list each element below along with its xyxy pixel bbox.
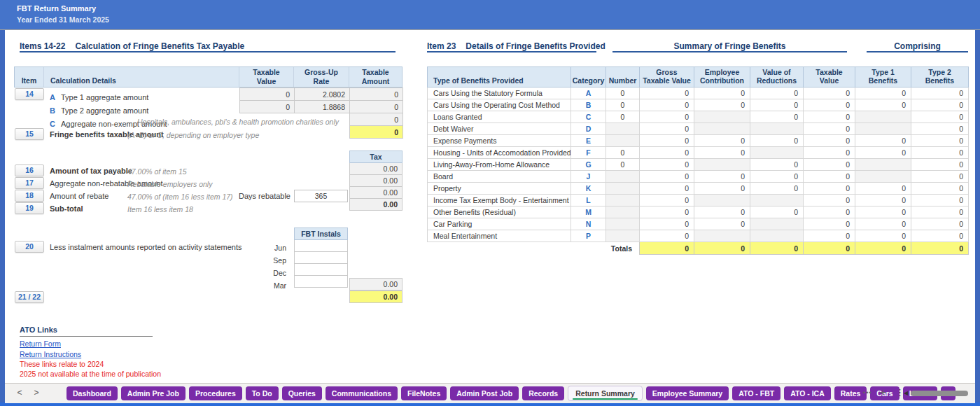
cell-taxable-value[interactable]: 0 [804, 147, 855, 159]
cell-number[interactable] [606, 230, 640, 242]
cell-type2-benefits[interactable]: 0 [911, 206, 969, 218]
cell-employee-contribution[interactable] [694, 230, 750, 242]
cell-type2-benefits[interactable]: 0 [911, 183, 969, 195]
instal-input-mar[interactable] [295, 276, 348, 288]
cell-gross-taxable-value[interactable]: 0 [640, 230, 694, 242]
cell-number[interactable] [606, 123, 640, 135]
sheet-nav-left-icon[interactable]: < [15, 388, 24, 398]
cell-type2-benefits[interactable]: 0 [911, 159, 969, 171]
sheet-nav-right-icon[interactable]: > [31, 388, 41, 398]
sheet-tab[interactable]: Procedures [189, 386, 242, 400]
cell-type1-benefits[interactable]: 0 [855, 195, 911, 206]
cell-number[interactable] [606, 135, 640, 147]
cell-employee-contribution[interactable] [694, 123, 750, 135]
sheet-tab[interactable]: Employee Summary [646, 386, 729, 400]
cell-gross-taxable-value[interactable]: 0 [640, 171, 694, 183]
cell-gross-taxable-value[interactable]: 0 [640, 111, 694, 123]
cell-value-of-reductions[interactable]: 0 [750, 171, 804, 183]
cell-type1-benefits[interactable]: 0 [855, 218, 911, 230]
cell-type1-benefits[interactable] [855, 171, 911, 183]
cell-employee-contribution[interactable] [694, 111, 750, 123]
more-sheets-icon[interactable]: ••• [863, 389, 872, 396]
cell-type1-benefits[interactable] [855, 123, 911, 135]
cell-type1-benefits[interactable]: 0 [855, 183, 911, 195]
sheet-tab[interactable]: Admin Post Job [450, 386, 519, 400]
cell-number[interactable] [606, 195, 640, 206]
cell-number[interactable] [606, 183, 640, 195]
cell-value-of-reductions[interactable]: 0 [750, 111, 804, 123]
cell-type1-benefits[interactable]: 0 [855, 206, 911, 218]
cell-type1-benefits[interactable]: 0 [855, 135, 911, 147]
cell-type2-benefits[interactable]: 0 [911, 135, 969, 147]
cell-value-of-reductions[interactable]: 0 [750, 135, 804, 147]
cell-taxable-value[interactable]: 0 [804, 218, 855, 230]
cell-taxable-value[interactable]: 0 [804, 195, 855, 206]
cell-type2-benefits[interactable]: 0 [911, 195, 969, 206]
cell-type2-benefits[interactable]: 0 [911, 147, 969, 159]
sheet-tab[interactable]: To Do [246, 386, 279, 400]
sheet-tab[interactable]: FileNotes [401, 386, 447, 400]
sheet-tab[interactable]: ATO - ICA [784, 386, 831, 400]
cell-value-of-reductions[interactable]: 0 [750, 159, 804, 171]
cell-number[interactable]: 0 [606, 99, 640, 111]
cell-employee-contribution[interactable] [694, 195, 750, 206]
cell-type2-benefits[interactable]: 0 [911, 99, 969, 111]
cell-type2-benefits[interactable]: 0 [911, 88, 969, 99]
cell-value-of-reductions[interactable]: 0 [750, 99, 804, 111]
cell-type1-benefits[interactable]: 0 [855, 230, 911, 242]
cell-taxable-value[interactable]: 0 [804, 111, 855, 123]
cell-gross-taxable-value[interactable]: 0 [640, 135, 694, 147]
cell-value-of-reductions[interactable] [750, 195, 804, 206]
cell-type2-gross-up-rate[interactable]: 1.8868 [295, 101, 350, 113]
cell-number[interactable]: 0 [606, 159, 640, 171]
cell-value-of-reductions[interactable] [750, 230, 804, 242]
cell-type1-benefits[interactable]: 0 [855, 88, 911, 99]
cell-gross-taxable-value[interactable]: 0 [640, 195, 694, 206]
cell-gross-taxable-value[interactable]: 0 [640, 99, 694, 111]
sheet-tab[interactable]: Rates [834, 386, 867, 400]
cell-type2-benefits[interactable]: 0 [911, 123, 969, 135]
sheet-tab[interactable]: Records [522, 386, 564, 400]
cell-employee-contribution[interactable]: 0 [694, 135, 750, 147]
add-sheet-icon[interactable]: + [880, 386, 886, 398]
sheet-tab[interactable]: Communications [326, 386, 398, 400]
cell-taxable-value[interactable]: 0 [804, 230, 855, 242]
cell-employee-contribution[interactable]: 0 [694, 88, 750, 99]
cell-employee-contribution[interactable]: 0 [694, 147, 750, 159]
cell-value-of-reductions[interactable] [750, 218, 804, 230]
cell-value-of-reductions[interactable]: 0 [750, 183, 804, 195]
instal-input-jun[interactable] [295, 240, 348, 252]
cell-employee-contribution[interactable]: 0 [694, 99, 750, 111]
instal-input-sep[interactable] [295, 252, 348, 264]
cell-employee-contribution[interactable]: 0 [694, 206, 750, 218]
cell-taxable-value[interactable]: 0 [804, 171, 855, 183]
cell-non-exempt-taxable-amount[interactable]: 0 [350, 113, 403, 126]
cell-taxable-value[interactable]: 0 [804, 88, 855, 99]
return-form-link[interactable]: Return Form [20, 340, 61, 348]
cell-type1-benefits[interactable]: 0 [855, 99, 911, 111]
sheet-tab[interactable]: Admin Pre Job [121, 386, 186, 400]
instal-input-dec[interactable] [295, 264, 348, 276]
cell-employee-contribution[interactable]: 0 [694, 171, 750, 183]
horizontal-scrollbar[interactable] [911, 391, 968, 396]
cell-taxable-value[interactable]: 0 [804, 183, 855, 195]
cell-number[interactable]: 0 [606, 111, 640, 123]
cell-gross-taxable-value[interactable]: 0 [640, 159, 694, 171]
cell-type2-benefits[interactable]: 0 [911, 218, 969, 230]
sheet-tab[interactable]: ATO - FBT [732, 386, 780, 400]
cell-gross-taxable-value[interactable]: 0 [640, 218, 694, 230]
cell-type2-taxable-value[interactable]: 0 [240, 101, 295, 113]
cell-taxable-value[interactable]: 0 [804, 206, 855, 218]
cell-gross-taxable-value[interactable]: 0 [640, 206, 694, 218]
cell-type1-benefits[interactable] [855, 159, 911, 171]
scroll-left-icon[interactable]: ◀ [904, 390, 908, 396]
sheet-tab-active[interactable]: Return Summary [568, 386, 643, 401]
cell-type2-benefits[interactable]: 0 [911, 230, 969, 242]
cell-taxable-value[interactable]: 0 [804, 123, 855, 135]
cell-number[interactable] [606, 218, 640, 230]
cell-type1-gross-up-rate[interactable]: 2.0802 [295, 88, 350, 101]
cell-employee-contribution[interactable]: 0 [694, 218, 750, 230]
cell-employee-contribution[interactable] [694, 159, 750, 171]
cell-type2-benefits[interactable]: 0 [911, 171, 969, 183]
cell-number[interactable]: 0 [606, 147, 640, 159]
